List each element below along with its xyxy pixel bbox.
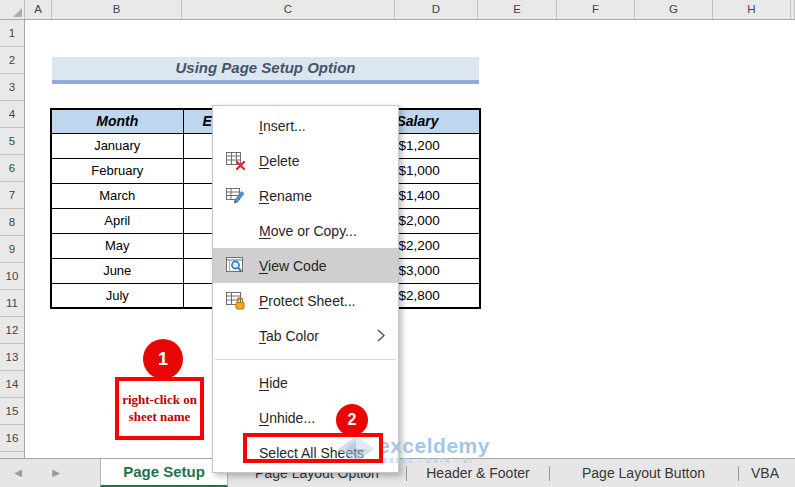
step-2-badge: 2 — [336, 404, 368, 436]
menu-item-insert[interactable]: Insert... — [213, 108, 398, 143]
month-cell[interactable]: May — [51, 233, 183, 258]
row-header-11[interactable]: 11 — [0, 290, 24, 317]
menu-item-label: Insert... — [259, 118, 306, 134]
step-1-badge: 1 — [143, 339, 183, 379]
menu-item-label: Unhide... — [259, 410, 315, 426]
column-header-b[interactable]: B — [52, 0, 182, 19]
row-header-12[interactable]: 12 — [0, 317, 24, 344]
tab-vba[interactable]: VBA — [739, 459, 791, 487]
submenu-arrow-icon — [377, 329, 385, 345]
protect-sheet-icon — [225, 290, 246, 311]
column-header-a[interactable]: A — [25, 0, 52, 19]
row-header-13[interactable]: 13 — [0, 344, 24, 371]
menu-item-tab-color[interactable]: Tab Color — [213, 318, 398, 353]
menu-item-label: Delete — [259, 153, 299, 169]
month-cell[interactable]: July — [51, 283, 183, 308]
title-banner[interactable]: Using Page Setup Option — [52, 57, 479, 84]
menu-separator — [215, 359, 396, 360]
excel-window: A B C D E F G H 1 2 3 4 5 6 7 8 9 10 11 … — [0, 0, 795, 487]
month-cell[interactable]: June — [51, 258, 183, 283]
tab-header-and-footer[interactable]: Header & Footer — [407, 459, 549, 487]
salary-cell[interactable]: $2,800 — [395, 283, 480, 308]
right-click-note: right-click on sheet name — [115, 377, 204, 440]
row-header-9[interactable]: 9 — [0, 236, 24, 263]
column-header-d[interactable]: D — [395, 0, 478, 19]
row-header-10[interactable]: 10 — [0, 263, 24, 290]
row-header-6[interactable]: 6 — [0, 155, 24, 182]
tab-scroll-left-icon[interactable]: ◀ — [8, 459, 28, 487]
salary-cell[interactable]: $2,000 — [395, 208, 480, 233]
menu-item-unhide[interactable]: Unhide... — [213, 400, 398, 435]
column-header-g[interactable]: G — [635, 0, 713, 19]
menu-item-label: Hide — [259, 375, 288, 391]
row-header-1[interactable]: 1 — [0, 20, 24, 47]
tab-page-setup[interactable]: Page Setup — [100, 459, 228, 487]
menu-item-label: Protect Sheet... — [259, 293, 356, 309]
month-header-cell[interactable]: Month — [51, 109, 183, 133]
menu-item-hide[interactable]: Hide — [213, 365, 398, 400]
row-header-8[interactable]: 8 — [0, 209, 24, 236]
column-header-f[interactable]: F — [557, 0, 635, 19]
rename-sheet-icon — [225, 185, 246, 206]
column-header-row: A B C D E F G H — [0, 0, 795, 20]
menu-item-label: Rename — [259, 188, 312, 204]
month-cell[interactable]: February — [51, 158, 183, 183]
menu-item-label: Tab Color — [259, 328, 319, 344]
view-code-icon — [225, 255, 246, 276]
column-header-e[interactable]: E — [478, 0, 557, 19]
row-header-16[interactable]: 16 — [0, 425, 24, 452]
select-all-corner[interactable] — [0, 0, 25, 19]
column-header-h[interactable]: H — [713, 0, 791, 19]
delete-sheet-icon — [225, 150, 246, 171]
row-header-column: 1 2 3 4 5 6 7 8 9 10 11 12 13 14 15 16 1… — [0, 20, 25, 458]
row-header-14[interactable]: 14 — [0, 371, 24, 398]
menu-item-view-code[interactable]: View Code — [213, 248, 398, 283]
column-header-c[interactable]: C — [182, 0, 395, 19]
month-cell[interactable]: April — [51, 208, 183, 233]
row-header-5[interactable]: 5 — [0, 128, 24, 155]
row-header-3[interactable]: 3 — [0, 74, 24, 101]
menu-item-rename[interactable]: Rename — [213, 178, 398, 213]
tab-page-layout-button[interactable]: Page Layout Button — [550, 459, 737, 487]
sheet-context-menu: Insert... Delete — [212, 105, 399, 473]
salary-cell[interactable]: $3,000 — [395, 258, 480, 283]
salary-cell[interactable]: $1,200 — [395, 133, 480, 158]
menu-item-move-or-copy[interactable]: Move or Copy... — [213, 213, 398, 248]
month-cell[interactable]: March — [51, 183, 183, 208]
select-all-sheets-highlight-box — [243, 433, 383, 463]
tab-scroll-right-icon[interactable]: ▶ — [46, 459, 66, 487]
salary-cell[interactable]: $1,000 — [395, 158, 480, 183]
row-header-7[interactable]: 7 — [0, 182, 24, 209]
menu-item-label: Move or Copy... — [259, 223, 357, 239]
row-header-2[interactable]: 2 — [0, 47, 24, 74]
menu-item-label: View Code — [259, 258, 326, 274]
month-cell[interactable]: January — [51, 133, 183, 158]
row-header-15[interactable]: 15 — [0, 398, 24, 425]
salary-cell[interactable]: $1,400 — [395, 183, 480, 208]
salary-cell[interactable]: $2,200 — [395, 233, 480, 258]
row-header-4[interactable]: 4 — [0, 101, 24, 128]
menu-item-protect-sheet[interactable]: Protect Sheet... — [213, 283, 398, 318]
menu-item-delete[interactable]: Delete — [213, 143, 398, 178]
salary-header-cell[interactable]: Salary — [395, 109, 480, 133]
column-header-partial — [791, 0, 795, 19]
